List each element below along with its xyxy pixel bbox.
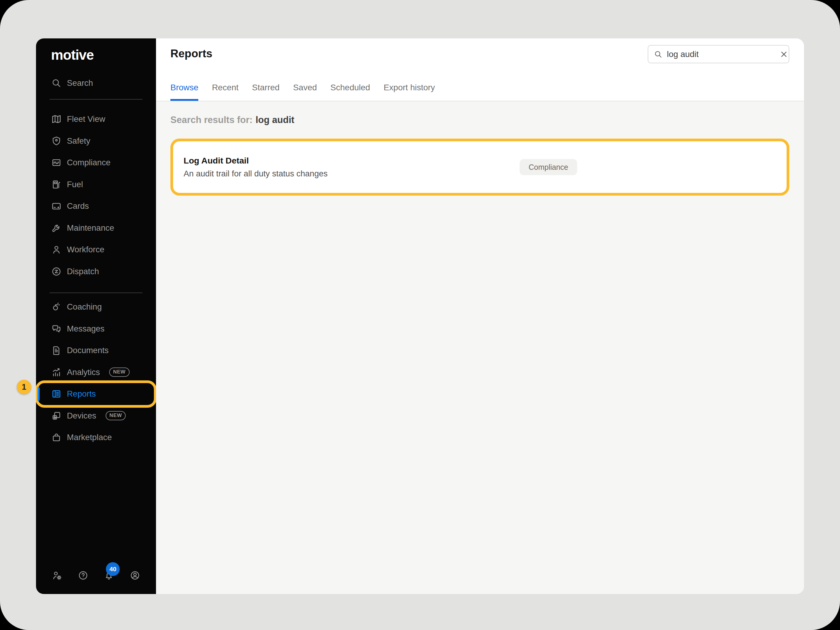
sidebar-item-label: Fleet View: [67, 114, 105, 124]
sidebar-item-label: Coaching: [67, 302, 102, 312]
sidebar-item-fuel[interactable]: Fuel: [36, 174, 156, 196]
page-title: Reports: [171, 47, 212, 60]
sidebar-item-label: Dispatch: [67, 267, 99, 276]
help-icon: [78, 570, 88, 581]
sidebar-item-label: Maintenance: [67, 223, 114, 233]
bag-icon: [51, 432, 62, 443]
sidebar-item-label: Workforce: [67, 245, 104, 254]
tab-starred[interactable]: Starred: [252, 80, 279, 101]
sidebar-secondary-group: Coaching Messages Do: [36, 296, 156, 448]
map-icon: [51, 114, 62, 125]
search-icon: [51, 78, 62, 88]
notifications-button[interactable]: 40: [104, 570, 114, 581]
sidebar-item-marketplace[interactable]: Marketplace: [36, 426, 156, 448]
route-icon: [51, 266, 62, 277]
user-gear-icon: [52, 570, 62, 581]
result-card-log-audit-detail[interactable]: Log Audit Detail An audit trail for all …: [171, 139, 789, 196]
new-badge: NEW: [109, 368, 129, 377]
results-heading: Search results for:log audit: [171, 115, 294, 125]
fuel-pump-icon: [51, 179, 62, 190]
results-heading-prefix: Search results for:: [171, 115, 253, 125]
help-button[interactable]: [78, 570, 88, 581]
app-window: motive Search Fleet View: [36, 38, 804, 594]
results-content: Search results for:log audit Log Audit D…: [156, 101, 804, 594]
tab-label: Recent: [212, 83, 238, 92]
sidebar-item-documents[interactable]: Documents: [36, 339, 156, 362]
sidebar-item-cards[interactable]: Cards: [36, 195, 156, 217]
tab-scheduled[interactable]: Scheduled: [330, 80, 370, 101]
admin-button[interactable]: [52, 570, 62, 581]
tab-label: Scheduled: [330, 83, 370, 92]
sidebar-item-label: Search: [67, 78, 93, 88]
search-input[interactable]: [667, 49, 775, 59]
reports-search-box: [648, 45, 789, 63]
tab-saved[interactable]: Saved: [293, 80, 317, 101]
sidebar-divider: [49, 99, 142, 99]
sidebar: motive Search Fleet View: [36, 38, 156, 594]
document-icon: [51, 345, 62, 356]
report-icon: [51, 388, 62, 399]
sidebar-item-devices[interactable]: Devices NEW: [36, 405, 156, 427]
tab-label: Saved: [293, 83, 317, 92]
new-badge: NEW: [106, 411, 126, 420]
analytics-icon: [51, 367, 62, 378]
notification-count-badge[interactable]: 40: [106, 562, 120, 576]
sidebar-item-label: Documents: [67, 346, 109, 355]
sidebar-footer: 40: [36, 569, 156, 582]
screenshot-stage: motive Search Fleet View: [0, 0, 840, 630]
sidebar-divider: [49, 292, 142, 293]
reports-tabs: Browse Recent Starred Saved Scheduled Ex…: [171, 80, 435, 101]
tab-browse[interactable]: Browse: [171, 80, 198, 101]
tab-label: Export history: [384, 83, 435, 92]
sidebar-item-analytics[interactable]: Analytics NEW: [36, 362, 156, 384]
sidebar-item-messages[interactable]: Messages: [36, 318, 156, 340]
sidebar-item-label: Analytics: [67, 368, 100, 377]
tab-recent[interactable]: Recent: [212, 80, 238, 101]
sidebar-item-fleet-view[interactable]: Fleet View: [36, 108, 156, 130]
result-description: An audit trail for all duty status chang…: [183, 169, 786, 178]
background-canvas: motive Search Fleet View: [0, 0, 840, 630]
flowchart-icon: [51, 157, 62, 168]
sidebar-item-label: Cards: [67, 201, 89, 211]
chat-icon: [51, 324, 62, 334]
profile-icon: [129, 570, 141, 581]
results-heading-query: log audit: [256, 115, 294, 125]
result-title: Log Audit Detail: [183, 156, 786, 166]
sidebar-item-label: Compliance: [67, 158, 111, 167]
sidebar-item-search[interactable]: Search: [36, 72, 156, 94]
sidebar-item-label: Safety: [67, 136, 90, 146]
sidebar-item-coaching[interactable]: Coaching: [36, 296, 156, 318]
wrench-icon: [51, 223, 62, 234]
sidebar-item-reports[interactable]: Reports: [36, 383, 156, 405]
main-area: Reports Browse Recent Starred Saved Sche: [156, 38, 804, 594]
sidebar-item-label: Fuel: [67, 180, 83, 189]
category-badge: Compliance: [519, 159, 577, 175]
devices-icon: [51, 411, 62, 421]
sidebar-item-safety[interactable]: Safety: [36, 130, 156, 152]
credit-card-icon: [51, 201, 62, 212]
sidebar-item-label: Reports: [67, 389, 96, 399]
shield-icon: [51, 136, 62, 147]
sidebar-item-dispatch[interactable]: Dispatch: [36, 261, 156, 283]
tab-export-history[interactable]: Export history: [384, 80, 435, 101]
sidebar-item-label: Marketplace: [67, 433, 112, 442]
motive-logo: motive: [51, 47, 93, 63]
tab-label: Starred: [252, 83, 279, 92]
sidebar-primary-group: Fleet View Safety Compliance: [36, 108, 156, 282]
sidebar-item-compliance[interactable]: Compliance: [36, 152, 156, 174]
profile-button[interactable]: [129, 570, 141, 581]
sidebar-item-label: Messages: [67, 324, 104, 333]
person-icon: [51, 244, 62, 255]
sidebar-item-maintenance[interactable]: Maintenance: [36, 217, 156, 239]
sidebar-item-workforce[interactable]: Workforce: [36, 239, 156, 261]
clear-search-icon[interactable]: [779, 50, 788, 59]
search-icon: [654, 50, 663, 59]
sidebar-item-label: Devices: [67, 411, 96, 421]
whistle-icon: [51, 302, 62, 312]
tab-label: Browse: [171, 83, 198, 92]
active-indicator-bar: [38, 387, 39, 401]
step-annotation-badge: 1: [17, 380, 31, 394]
